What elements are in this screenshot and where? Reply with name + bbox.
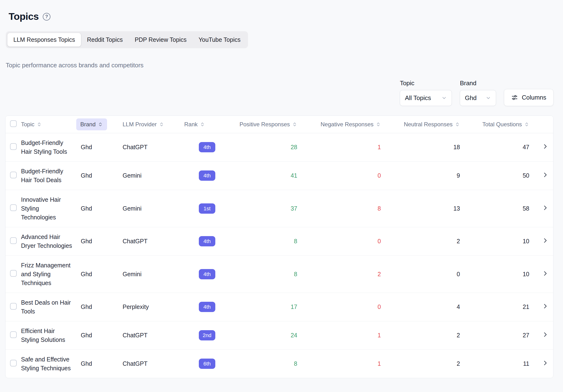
negative-responses-cell: 0 (305, 227, 389, 256)
column-label: Topic (21, 121, 34, 128)
positive-responses-cell: 8 (223, 350, 305, 378)
brand-cell: Ghd (76, 293, 123, 321)
brand-cell: Ghd (76, 227, 123, 256)
page-title: Topics (9, 11, 39, 22)
row-checkbox[interactable] (10, 303, 17, 310)
topic-filter-select[interactable]: All Topics (400, 90, 452, 106)
rank-badge: 4th (199, 142, 215, 152)
neutral-responses-cell: 0 (389, 256, 470, 293)
page-header: Topics ? (9, 11, 553, 22)
brand-filter-value: Ghd (465, 94, 476, 102)
column-header-rank[interactable]: Rank (184, 116, 223, 133)
select-all-checkbox[interactable] (10, 120, 17, 127)
rank-badge: 2nd (199, 330, 215, 341)
row-checkbox[interactable] (10, 270, 17, 277)
brand-filter-select[interactable]: Ghd (460, 90, 496, 106)
column-label: Neutral Responses (404, 121, 453, 128)
topic-cell: Innovative Hair Styling Technologies (21, 195, 73, 222)
topic-cell: Budget-Friendly Hair Tool Deals (21, 167, 73, 184)
rank-badge: 4th (199, 269, 215, 279)
row-chevron-right-icon[interactable] (542, 205, 549, 211)
llm-provider-cell: ChatGPT (123, 227, 184, 256)
table-row[interactable]: Efficient Hair Styling Solutions Ghd Cha… (5, 321, 553, 350)
negative-responses-cell: 8 (305, 190, 389, 227)
column-header-actions (537, 116, 553, 133)
table-row[interactable]: Safe and Effective Styling Techniques Gh… (5, 350, 553, 378)
row-checkbox[interactable] (10, 331, 17, 338)
tab-llm-responses-topics[interactable]: LLM Responses Topics (7, 33, 81, 47)
row-chevron-right-icon[interactable] (542, 237, 549, 244)
row-checkbox[interactable] (10, 360, 17, 367)
sort-icon (37, 122, 42, 127)
llm-provider-cell: Gemini (123, 190, 184, 227)
topic-filter-group: Topic All Topics (400, 79, 452, 106)
negative-responses-cell: 1 (305, 321, 389, 350)
row-checkbox[interactable] (10, 172, 17, 178)
row-chevron-right-icon[interactable] (542, 331, 549, 338)
total-questions-cell: 27 (470, 321, 537, 350)
total-questions-cell: 10 (470, 256, 537, 293)
table-row[interactable]: Best Deals on Hair Tools Ghd Perplexity … (5, 293, 553, 321)
table-row[interactable]: Advanced Hair Dryer Technologies Ghd Cha… (5, 227, 553, 256)
sort-icon (159, 122, 164, 127)
topic-filter-label: Topic (400, 79, 452, 87)
row-chevron-right-icon[interactable] (542, 360, 549, 366)
brand-cell: Ghd (76, 190, 123, 227)
row-chevron-right-icon[interactable] (542, 172, 549, 178)
llm-provider-cell: Gemini (123, 256, 184, 293)
neutral-responses-cell: 13 (389, 190, 470, 227)
help-icon[interactable]: ? (43, 13, 51, 21)
total-questions-cell: 47 (470, 133, 537, 161)
column-header-llm-provider[interactable]: LLM Provider (123, 116, 184, 133)
tab-pdp-review-topics[interactable]: PDP Review Topics (129, 33, 192, 47)
table-row[interactable]: Budget-Friendly Hair Tool Deals Ghd Gemi… (5, 161, 553, 190)
positive-responses-cell: 28 (223, 133, 305, 161)
negative-responses-cell: 0 (305, 161, 389, 190)
topic-filter-value: All Topics (405, 94, 431, 102)
column-header-negative-responses[interactable]: Negative Responses (305, 116, 389, 133)
sort-icon (200, 122, 205, 127)
column-header-positive-responses[interactable]: Positive Responses (223, 116, 305, 133)
columns-button-label: Columns (522, 94, 546, 101)
table-row[interactable]: Budget-Friendly Hair Styling Tools Ghd C… (5, 133, 553, 161)
table-row[interactable]: Frizz Management and Styling Techniques … (5, 256, 553, 293)
topic-cell: Safe and Effective Styling Techniques (21, 355, 73, 373)
tab-youtube-topics[interactable]: YouTube Topics (192, 33, 247, 47)
chevron-down-icon (486, 95, 491, 101)
tab-reddit-topics[interactable]: Reddit Topics (81, 33, 129, 47)
brand-filter-label: Brand (460, 79, 496, 87)
column-label: Negative Responses (321, 121, 373, 128)
row-checkbox[interactable] (10, 237, 17, 244)
sort-icon (455, 122, 460, 127)
column-header-total-questions[interactable]: Total Questions (470, 116, 537, 133)
row-chevron-right-icon[interactable] (542, 303, 549, 309)
row-checkbox[interactable] (10, 204, 17, 211)
column-label: LLM Provider (123, 121, 157, 128)
negative-responses-cell: 1 (305, 133, 389, 161)
negative-responses-cell: 0 (305, 293, 389, 321)
llm-provider-cell: ChatGPT (123, 133, 184, 161)
total-questions-cell: 58 (470, 190, 537, 227)
llm-provider-cell: Gemini (123, 161, 184, 190)
table-body: Budget-Friendly Hair Styling Tools Ghd C… (5, 133, 553, 378)
row-chevron-right-icon[interactable] (542, 143, 549, 150)
columns-button[interactable]: Columns (504, 89, 553, 106)
row-chevron-right-icon[interactable] (542, 270, 549, 277)
positive-responses-cell: 37 (223, 190, 305, 227)
positive-responses-cell: 17 (223, 293, 305, 321)
positive-responses-cell: 8 (223, 256, 305, 293)
rank-badge: 6th (199, 359, 215, 369)
brand-filter-group: Brand Ghd (460, 79, 496, 106)
table-row[interactable]: Innovative Hair Styling Technologies Ghd… (5, 190, 553, 227)
page-subtitle: Topic performance across brands and comp… (6, 61, 553, 69)
llm-provider-cell: Perplexity (123, 293, 184, 321)
row-checkbox[interactable] (10, 143, 17, 150)
column-header-brand[interactable]: Brand (76, 116, 123, 133)
column-header-neutral-responses[interactable]: Neutral Responses (389, 116, 470, 133)
column-header-topic[interactable]: Topic (21, 116, 76, 133)
negative-responses-cell: 2 (305, 256, 389, 293)
llm-provider-cell: ChatGPT (123, 321, 184, 350)
neutral-responses-cell: 4 (389, 293, 470, 321)
topic-cell: Frizz Management and Styling Techniques (21, 261, 73, 287)
neutral-responses-cell: 2 (389, 227, 470, 256)
